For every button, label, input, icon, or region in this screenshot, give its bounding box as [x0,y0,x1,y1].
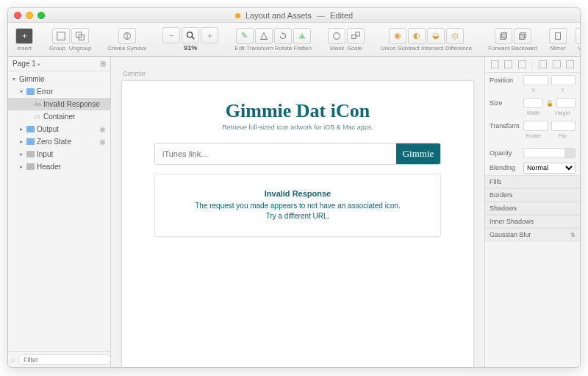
position-label: Position [490,77,520,84]
inspector-panel: | Position XY Size🔒 WidthHeight Transfor… [484,57,580,367]
layer-gimmie[interactable]: ▾Gimmie [8,73,110,85]
canvas[interactable]: Gimmie Gimmie Dat iCon Retrieve full-siz… [111,57,484,367]
zoom-value: 91% [184,44,197,52]
app-title: Gimmie Dat iCon [226,100,370,122]
folder-icon [26,88,35,95]
lock-icon[interactable]: 🔒 [546,100,553,107]
chevron-icon[interactable]: ⇅ [570,232,576,238]
zoom-reset-button[interactable] [182,27,199,43]
search-icon: ⌕ [11,355,15,363]
svg-rect-13 [555,32,560,39]
gimmie-button[interactable]: Gimmie [396,143,440,164]
visibility-icon[interactable]: ◉ [99,138,106,146]
svg-rect-7 [352,35,356,38]
edited-label: Edited [330,11,353,20]
folder-icon [26,138,35,145]
page-name: Page 1 [12,60,36,68]
align-right-icon[interactable] [518,60,526,68]
error-title: Invalid Response [162,189,433,198]
borders-section[interactable]: Borders [485,188,580,202]
align-top-icon[interactable] [539,60,547,68]
itunes-link-input[interactable] [155,143,396,164]
zoom-in-button[interactable]: ＋ [201,27,218,43]
gaussian-blur-section[interactable]: Gaussian Blur⇅ [485,228,580,241]
layer-zero-state[interactable]: ▸Zero State◉ [8,135,110,148]
rotate-field[interactable] [523,121,548,131]
edit-button[interactable]: ✎ [236,28,254,44]
error-message-box: Invalid Response The request you made ap… [154,174,441,237]
group-label: Group [49,45,65,52]
layer-output[interactable]: ▸Output◉ [8,123,110,135]
layer-container[interactable]: ▭Container [8,110,110,123]
add-page-icon[interactable]: ⊞ [100,60,106,68]
ungroup-button[interactable] [71,28,89,44]
search-row: Gimmie [154,143,441,165]
position-y-field[interactable] [551,75,576,85]
subtract-button[interactable]: ◐ [408,28,426,44]
opacity-slider[interactable] [523,148,576,158]
text-layer-icon: Aa [34,101,41,107]
rotate-button[interactable] [274,28,292,44]
inner-shadows-section[interactable]: Inner Shadows [485,215,580,228]
window-title: Layout and Assets — Edited [8,11,580,20]
intersect-button[interactable]: ◒ [427,28,445,44]
blending-select[interactable]: Normal [523,163,576,174]
insert-button[interactable]: ＋ [15,28,33,44]
mirror-button[interactable] [549,28,567,44]
forward-button[interactable] [495,28,512,44]
create-symbol-label: Create Symbol [107,45,146,52]
svg-point-6 [333,32,340,39]
svg-point-3 [187,32,193,38]
artboard[interactable]: Gimmie Dat iCon Retrieve full-sized icon… [121,80,474,367]
folder-icon [26,151,35,157]
app-window: Layout and Assets — Edited ＋ Insert Grou… [7,7,581,368]
toolbar: ＋ Insert Group Ungroup Create Symbol − ＋… [8,23,580,57]
flip-field[interactable] [551,121,576,131]
shadows-section[interactable]: Shadows [485,202,580,215]
layer-header[interactable]: ▸Header [8,160,110,173]
pages-header[interactable]: Page 1 ▾ ⊞ [8,57,110,71]
flatten-button[interactable] [293,28,311,44]
app-subtitle: Retrieve full-sized icon artwork for iOS… [222,124,373,131]
error-line-2: Try a different URL. [266,212,330,220]
align-middle-icon[interactable] [553,60,561,68]
create-symbol-button[interactable] [118,28,136,44]
align-left-icon[interactable] [491,60,499,68]
document-title: Layout and Assets [245,11,312,20]
scale-button[interactable] [347,28,365,44]
align-bottom-icon[interactable] [566,60,574,68]
layer-input[interactable]: ▸Input [8,148,110,160]
layer-error[interactable]: ▾Error [8,85,110,98]
error-line-1: The request you made appears to not have… [195,202,401,210]
layer-invalid-response[interactable]: AaInvalid Response [8,98,110,110]
svg-rect-8 [356,32,359,35]
folder-icon [26,126,35,132]
fills-section[interactable]: Fills [485,175,580,188]
artboard-name[interactable]: Gimmie [123,70,474,77]
group-button[interactable] [52,28,70,44]
layer-tree: ▾Gimmie ▾Error AaInvalid Response ▭Conta… [8,71,110,351]
zoom-icon[interactable] [37,12,45,19]
mask-button[interactable] [328,28,345,44]
view-button[interactable] [576,28,581,44]
view-label: View [578,45,581,52]
transform-button[interactable] [255,28,273,44]
zoom-out-button[interactable]: − [162,27,180,43]
height-field[interactable] [556,98,576,108]
layers-panel: Page 1 ▾ ⊞ ▾Gimmie ▾Error AaInvalid Resp… [8,57,111,367]
filter-input[interactable] [18,354,111,365]
position-x-field[interactable] [523,75,548,85]
close-icon[interactable] [14,12,21,19]
svg-line-4 [192,37,195,40]
width-field[interactable] [523,98,543,108]
svg-rect-10 [501,32,506,38]
difference-button[interactable]: ◎ [446,28,464,44]
transform-label: Transform [490,122,520,130]
minimize-icon[interactable] [26,12,33,19]
visibility-icon[interactable]: ◉ [99,125,106,133]
ungroup-label: Ungroup [69,45,92,52]
union-button[interactable]: ◉ [389,28,406,44]
align-center-icon[interactable] [504,60,512,68]
backward-button[interactable] [514,28,531,44]
size-label: Size [490,99,520,107]
